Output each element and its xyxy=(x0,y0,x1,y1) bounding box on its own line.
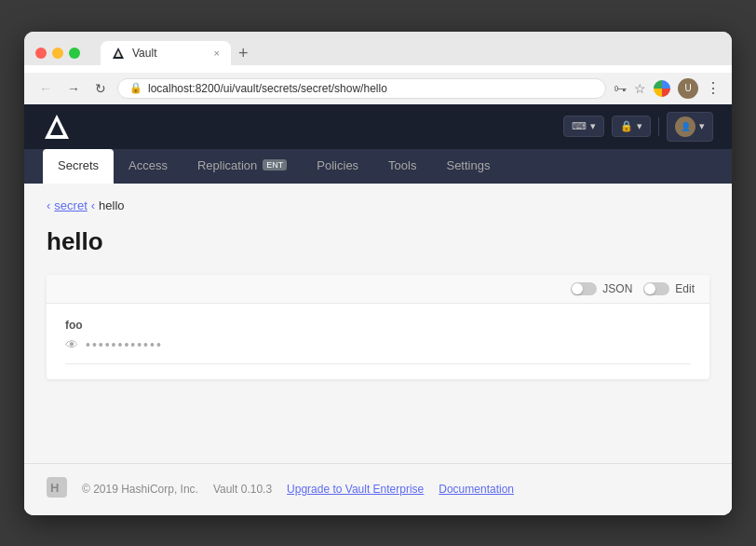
footer-copyright: © 2019 HashiCorp, Inc. xyxy=(82,483,198,496)
active-tab[interactable]: Vault × xyxy=(101,41,231,65)
svg-text:H: H xyxy=(50,481,59,495)
tab-title: Vault xyxy=(132,47,156,60)
json-toggle-group: JSON xyxy=(571,282,632,295)
secret-panel: JSON Edit foo 👁 •••••••••••• xyxy=(47,275,709,379)
nav-tab-tools[interactable]: Tools xyxy=(373,149,431,184)
secret-toolbar: JSON Edit xyxy=(47,275,709,304)
breadcrumb-chevron-2: ‹ xyxy=(91,198,95,212)
secret-value-masked: •••••••••••• xyxy=(86,337,163,352)
vault-footer: H © 2019 HashiCorp, Inc. Vault 0.10.3 Up… xyxy=(24,463,732,515)
url-text: localhost:8200/ui/vault/secrets/secret/s… xyxy=(148,82,387,95)
star-icon[interactable]: ☆ xyxy=(634,81,646,96)
secret-value-row: 👁 •••••••••••• xyxy=(65,337,691,352)
nav-tab-replication[interactable]: Replication ENT xyxy=(182,149,302,184)
minimize-window-button[interactable] xyxy=(52,48,63,59)
secrets-tab-label: Secrets xyxy=(58,158,99,172)
vault-content: ‹ secret ‹ hello hello JSON Edit xyxy=(24,184,732,463)
breadcrumb-parent[interactable]: secret xyxy=(54,198,87,212)
browser-actions: 🗝 ☆ U ⋮ xyxy=(614,78,721,99)
close-window-button[interactable] xyxy=(35,48,47,59)
profile-initial: U xyxy=(684,83,691,93)
settings-tab-label: Settings xyxy=(446,158,490,172)
nav-tab-policies[interactable]: Policies xyxy=(302,149,373,184)
json-label: JSON xyxy=(602,282,632,295)
chrome-titlebar: Vault × + xyxy=(24,32,732,65)
nav-tab-secrets[interactable]: Secrets xyxy=(43,149,114,184)
footer-upgrade-link[interactable]: Upgrade to Vault Enterprise xyxy=(287,483,424,496)
back-button[interactable]: ← xyxy=(35,79,56,98)
vault-logo-svg xyxy=(43,113,71,141)
replication-tab-label: Replication xyxy=(197,158,257,172)
nav-tab-access[interactable]: Access xyxy=(114,149,182,184)
vault-logo[interactable] xyxy=(43,113,71,141)
hashicorp-logo: H xyxy=(47,477,67,502)
lock-icon: 🔒 xyxy=(620,120,633,132)
edit-label: Edit xyxy=(675,282,695,295)
secret-body: foo 👁 •••••••••••• xyxy=(47,304,709,379)
new-tab-button[interactable]: + xyxy=(231,41,256,65)
footer-version: Vault 0.10.3 xyxy=(213,483,272,496)
header-divider xyxy=(658,117,659,136)
window-controls: Vault × + xyxy=(35,41,721,65)
address-bar[interactable]: 🔒 localhost:8200/ui/vault/secrets/secret… xyxy=(117,78,606,99)
secret-divider xyxy=(65,363,691,364)
tab-close-button[interactable]: × xyxy=(214,48,220,59)
ent-badge: ENT xyxy=(263,159,287,171)
browser-window: Vault × + ← → ↻ 🔒 localhost:8200/ui/vaul… xyxy=(24,32,732,515)
terminal-icon: ⌨ xyxy=(572,120,587,132)
secret-key: foo xyxy=(65,319,691,332)
chrome-menu-icon[interactable] xyxy=(654,80,670,97)
browser-profile-icon[interactable]: U xyxy=(678,78,698,99)
key-icon: 🗝 xyxy=(614,81,627,96)
tools-tab-label: Tools xyxy=(388,158,416,172)
lock-button[interactable]: 🔒 ▾ xyxy=(612,116,651,137)
refresh-button[interactable]: ↻ xyxy=(91,79,110,98)
maximize-window-button[interactable] xyxy=(69,48,80,59)
vault-nav: Secrets Access Replication ENT Policies … xyxy=(24,149,732,184)
user-button[interactable]: 👤 ▾ xyxy=(667,112,713,142)
vault-app: ⌨ ▾ 🔒 ▾ 👤 ▾ Secrets xyxy=(24,104,732,515)
reveal-secret-button[interactable]: 👁 xyxy=(65,337,78,352)
terminal-chevron: ▾ xyxy=(590,120,596,132)
edit-toggle[interactable] xyxy=(643,282,669,295)
policies-tab-label: Policies xyxy=(317,158,358,172)
lock-chevron: ▾ xyxy=(637,120,642,132)
breadcrumb: ‹ secret ‹ hello xyxy=(47,198,709,212)
user-avatar: 👤 xyxy=(675,116,695,137)
browser-tabs: Vault × + xyxy=(101,41,256,65)
chrome-addressbar: ← → ↻ 🔒 localhost:8200/ui/vault/secrets/… xyxy=(24,73,732,104)
footer-docs-link[interactable]: Documentation xyxy=(439,483,514,496)
access-tab-label: Access xyxy=(128,158,168,172)
edit-toggle-group: Edit xyxy=(643,282,695,295)
vault-header-actions: ⌨ ▾ 🔒 ▾ 👤 ▾ xyxy=(563,112,713,142)
lock-icon: 🔒 xyxy=(129,82,142,94)
breadcrumb-current: hello xyxy=(99,198,124,212)
hashicorp-logo-svg: H xyxy=(47,477,67,498)
page-title: hello xyxy=(47,227,709,256)
user-chevron: ▾ xyxy=(699,120,705,132)
nav-tab-settings[interactable]: Settings xyxy=(431,149,505,184)
breadcrumb-chevron-1: ‹ xyxy=(47,198,50,212)
tab-favicon xyxy=(112,47,125,60)
vault-header: ⌨ ▾ 🔒 ▾ 👤 ▾ xyxy=(24,104,732,149)
json-toggle[interactable] xyxy=(571,282,597,295)
chrome-more-icon[interactable]: ⋮ xyxy=(706,79,721,97)
terminal-button[interactable]: ⌨ ▾ xyxy=(563,116,604,137)
forward-button[interactable]: → xyxy=(63,79,84,98)
